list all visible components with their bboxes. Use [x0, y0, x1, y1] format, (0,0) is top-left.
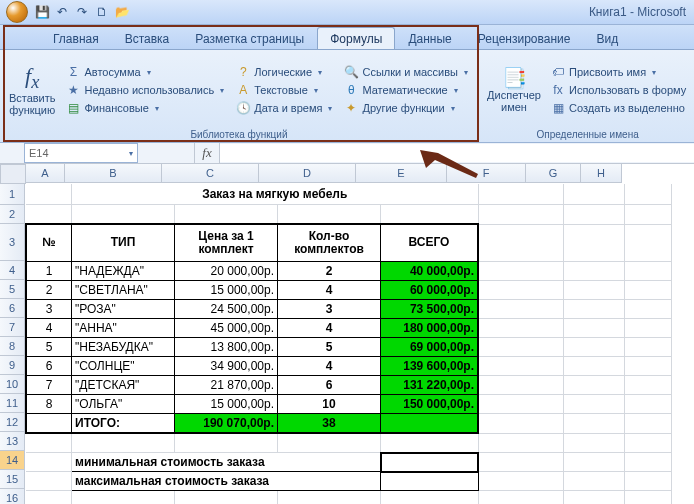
cell-C12[interactable]: 190 070,00р.: [175, 414, 278, 434]
cell-F12[interactable]: [478, 414, 564, 434]
cell-A8[interactable]: 5: [26, 338, 72, 357]
row-header-6[interactable]: 6: [0, 299, 25, 318]
create-from-selection-button[interactable]: ▦Создать из выделенно: [547, 99, 690, 117]
cell-G15[interactable]: [564, 472, 625, 491]
cell-G4[interactable]: [564, 262, 625, 281]
cell-H8[interactable]: [625, 338, 672, 357]
cell-G1[interactable]: [564, 184, 625, 205]
cell-G7[interactable]: [564, 319, 625, 338]
cell-A2[interactable]: [26, 205, 72, 225]
select-all-corner[interactable]: [0, 164, 26, 184]
cell-B5[interactable]: "СВЕТЛАНА": [72, 281, 175, 300]
cell-G13[interactable]: [564, 433, 625, 453]
recently-used-button[interactable]: ★Недавно использовались▾: [62, 81, 228, 99]
cell-H4[interactable]: [625, 262, 672, 281]
cell-F16[interactable]: [478, 491, 564, 505]
cell-C6[interactable]: 24 500,00р.: [175, 300, 278, 319]
cell-C8[interactable]: 13 800,00р.: [175, 338, 278, 357]
cell-A3[interactable]: №: [26, 224, 72, 262]
cell-G9[interactable]: [564, 357, 625, 376]
column-header-G[interactable]: G: [526, 164, 581, 183]
cell-A12[interactable]: [26, 414, 72, 434]
tab-home[interactable]: Главная: [40, 27, 112, 49]
cell-F4[interactable]: [478, 262, 564, 281]
cell-H13[interactable]: [625, 433, 672, 453]
cell-H7[interactable]: [625, 319, 672, 338]
cell-F10[interactable]: [478, 376, 564, 395]
cell-A1[interactable]: [26, 184, 72, 205]
tab-insert[interactable]: Вставка: [112, 27, 183, 49]
cell-C5[interactable]: 15 000,00р.: [175, 281, 278, 300]
cell-B9[interactable]: "СОЛНЦЕ": [72, 357, 175, 376]
column-header-B[interactable]: B: [65, 164, 162, 183]
cell-A7[interactable]: 4: [26, 319, 72, 338]
cell-E8[interactable]: 69 000,00р.: [381, 338, 479, 357]
cell-B1[interactable]: Заказ на мягкую мебель: [72, 184, 479, 205]
cell-D10[interactable]: 6: [278, 376, 381, 395]
save-icon[interactable]: 💾: [34, 4, 50, 20]
cell-C7[interactable]: 45 000,00р.: [175, 319, 278, 338]
cell-B2[interactable]: [72, 205, 175, 225]
cell-B11[interactable]: "ОЛЬГА": [72, 395, 175, 414]
cell-E11[interactable]: 150 000,00р.: [381, 395, 479, 414]
cell-G6[interactable]: [564, 300, 625, 319]
row-header-8[interactable]: 8: [0, 337, 25, 356]
cell-H9[interactable]: [625, 357, 672, 376]
cell-A9[interactable]: 6: [26, 357, 72, 376]
cell-E3[interactable]: ВСЕГО: [381, 224, 479, 262]
cell-F7[interactable]: [478, 319, 564, 338]
row-header-3[interactable]: 3: [0, 224, 25, 261]
cell-A13[interactable]: [26, 433, 72, 453]
define-name-button[interactable]: 🏷Присвоить имя▾: [547, 63, 690, 81]
cell-G8[interactable]: [564, 338, 625, 357]
redo-icon[interactable]: ↷: [74, 4, 90, 20]
lookup-button[interactable]: 🔍Ссылки и массивы▾: [340, 63, 472, 81]
cell-E4[interactable]: 40 000,00р.: [381, 262, 479, 281]
cell-B13[interactable]: [72, 433, 175, 453]
row-header-10[interactable]: 10: [0, 375, 25, 394]
cell-C9[interactable]: 34 900,00р.: [175, 357, 278, 376]
column-header-A[interactable]: A: [26, 164, 65, 183]
cell-B7[interactable]: "АННА": [72, 319, 175, 338]
cell-G2[interactable]: [564, 205, 625, 225]
row-header-14[interactable]: 14: [0, 451, 25, 470]
cell-F1[interactable]: [478, 184, 564, 205]
tab-review[interactable]: Рецензирование: [465, 27, 584, 49]
cell-H15[interactable]: [625, 472, 672, 491]
column-header-C[interactable]: C: [162, 164, 259, 183]
cell-E14[interactable]: [381, 453, 479, 472]
cell-H12[interactable]: [625, 414, 672, 434]
cell-C2[interactable]: [175, 205, 278, 225]
office-button[interactable]: [6, 1, 28, 23]
cell-D16[interactable]: [278, 491, 381, 505]
cell-A15[interactable]: [26, 472, 72, 491]
cell-E15[interactable]: [381, 472, 479, 491]
cell-C11[interactable]: 15 000,00р.: [175, 395, 278, 414]
cell-C13[interactable]: [175, 433, 278, 453]
row-header-9[interactable]: 9: [0, 356, 25, 375]
cell-E7[interactable]: 180 000,00р.: [381, 319, 479, 338]
cell-H16[interactable]: [625, 491, 672, 505]
cell-D8[interactable]: 5: [278, 338, 381, 357]
cell-F2[interactable]: [478, 205, 564, 225]
cell-D5[interactable]: 4: [278, 281, 381, 300]
autosum-button[interactable]: ΣАвтосумма▾: [62, 63, 228, 81]
cell-A6[interactable]: 3: [26, 300, 72, 319]
tab-data[interactable]: Данные: [395, 27, 464, 49]
cell-D7[interactable]: 4: [278, 319, 381, 338]
row-header-15[interactable]: 15: [0, 470, 25, 489]
cell-F11[interactable]: [478, 395, 564, 414]
cell-F9[interactable]: [478, 357, 564, 376]
cell-G5[interactable]: [564, 281, 625, 300]
spreadsheet-grid[interactable]: ABCDEFGH 12345678910111213141516 Заказ н…: [0, 164, 694, 504]
insert-function-button[interactable]: fx Вставить функцию: [6, 52, 58, 128]
cell-E16[interactable]: [381, 491, 479, 505]
logical-button[interactable]: ?Логические▾: [232, 63, 336, 81]
row-header-13[interactable]: 13: [0, 432, 25, 451]
cell-C10[interactable]: 21 870,00р.: [175, 376, 278, 395]
cell-H10[interactable]: [625, 376, 672, 395]
tab-page-layout[interactable]: Разметка страницы: [182, 27, 317, 49]
row-header-7[interactable]: 7: [0, 318, 25, 337]
open-icon[interactable]: 📂: [114, 4, 130, 20]
cell-B10[interactable]: "ДЕТСКАЯ": [72, 376, 175, 395]
